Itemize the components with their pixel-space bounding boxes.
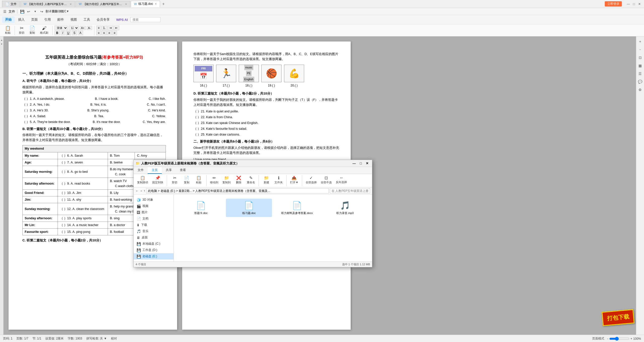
status-view-mode[interactable]: 页面模式	[592, 336, 604, 341]
font-family-select[interactable]: 宋体	[55, 26, 68, 30]
fm-tab-home[interactable]: 主页	[148, 167, 162, 174]
indent-btn[interactable]: ⇥	[108, 26, 113, 30]
fm-nav-e[interactable]: 💾 老磁盘 (E:)	[134, 253, 174, 260]
status-proofread[interactable]: 校对	[111, 336, 117, 341]
undo-icon[interactable]: ↩	[26, 9, 31, 14]
tab-close-3[interactable]: ✕	[155, 3, 157, 5]
wps-ai-label[interactable]: WPS AI	[116, 18, 128, 22]
sidebar-btn-1[interactable]: ▲	[0, 38, 3, 41]
forward-icon[interactable]: →	[140, 189, 143, 193]
tab-close-2[interactable]: ✕	[125, 3, 127, 6]
font-size-up-btn[interactable]: A+	[80, 26, 86, 30]
close-button[interactable]: ✕	[637, 2, 642, 7]
fm-cut-btn[interactable]: ✂ 剪切	[169, 175, 180, 186]
color-btn[interactable]: A	[78, 31, 83, 35]
new-tab-btn[interactable]: +	[160, 1, 167, 7]
tab-vip[interactable]: 会员专享	[94, 16, 113, 23]
comment-icon[interactable]: 💬	[637, 79, 643, 85]
align-right-btn[interactable]: ≡	[107, 31, 112, 35]
tab-insert[interactable]: 插入	[15, 16, 28, 23]
redo-icon[interactable]: ↪	[39, 9, 45, 14]
zoom-in-status[interactable]: +	[630, 337, 632, 340]
align-center-btn[interactable]: ≡	[102, 31, 106, 35]
tab-close-1[interactable]: ✕	[70, 3, 72, 6]
numbering-btn[interactable]: 1.	[102, 26, 107, 30]
zoom-in-icon[interactable]: +	[637, 38, 643, 45]
settings-icon[interactable]: ⚙	[637, 87, 643, 93]
fm-new-btn[interactable]: 📁 新建	[261, 175, 272, 186]
cut-button[interactable]: ✂ 剪切	[17, 25, 26, 35]
fm-nav-video[interactable]: 🎬 视频	[134, 203, 174, 209]
fm-minimize-btn[interactable]: —	[351, 161, 357, 165]
fm-deselect-btn[interactable]: ⊡ 全部不选	[319, 175, 333, 186]
bullet-btn[interactable]: ≡	[96, 26, 101, 30]
fm-copy-path-btn[interactable]: 📋 复制路径	[136, 175, 150, 186]
font-size-select[interactable]: 12	[69, 26, 79, 30]
justify-btn[interactable]: ≡	[112, 31, 117, 35]
fm-tab-view[interactable]: 查看	[176, 167, 190, 174]
tab-doc3[interactable]: W 练习题.doc ✕	[131, 1, 160, 7]
bold-btn[interactable]: B	[55, 31, 60, 35]
format-paint-button[interactable]: 🖌 格式刷	[38, 25, 50, 35]
copy-button[interactable]: 📄 复制	[27, 25, 37, 35]
fm-move-btn[interactable]: ✏ 移动到	[209, 175, 220, 186]
fm-pin-btn[interactable]: 📌 固定到快	[151, 175, 165, 186]
search-input[interactable]	[130, 17, 160, 22]
font-size-down-btn[interactable]: A-	[87, 26, 92, 30]
zoom-out-icon[interactable]: -	[637, 47, 643, 53]
fm-copyto-btn[interactable]: 📁 复制到	[221, 175, 232, 186]
tab-view[interactable]: 视图	[67, 16, 80, 23]
zoom-out-status[interactable]: -	[607, 337, 608, 340]
menu-icon[interactable]: ☰	[2, 9, 8, 14]
tab-doc2[interactable]: W 【能力培优】人教PEP版五年级上册示_ ✕	[75, 1, 130, 7]
download-stamp[interactable]: 打包下载	[602, 309, 634, 326]
address-input[interactable]	[146, 188, 329, 193]
fm-delete-btn[interactable]: ❌ 删除	[233, 175, 244, 186]
underline-btn[interactable]: U	[66, 31, 71, 35]
undo-dropdown-icon[interactable]: ▼	[32, 9, 38, 14]
thumbnail-icon[interactable]: ▦	[637, 63, 643, 69]
fm-select-all-btn[interactable]: ✓ 全部选择	[304, 175, 318, 186]
fm-search-input[interactable]	[330, 188, 370, 193]
tab-tools[interactable]: 工具	[80, 16, 93, 23]
status-spell[interactable]: 拼写检查: 关 ▼	[86, 336, 107, 341]
outdent-btn[interactable]: ⇤	[114, 26, 119, 30]
zoom-slider[interactable]	[609, 337, 629, 341]
tab-file[interactable]: 📄 文件	[2, 1, 20, 7]
strikethrough-btn[interactable]: S	[72, 31, 77, 35]
fm-maximize-btn[interactable]: □	[358, 161, 363, 165]
tab-reference[interactable]: 引用	[41, 16, 54, 23]
format-btn[interactable]: 格式▼	[62, 9, 67, 14]
fm-rename-btn[interactable]: ✎ 重命名	[245, 175, 257, 186]
sidebar-btn-2[interactable]: ▼	[0, 42, 3, 46]
align-left-btn[interactable]: ≡	[96, 31, 101, 35]
fm-nav-c[interactable]: 💾 本地磁盘 (C:)	[134, 241, 174, 247]
fm-folder-btn[interactable]: ℹ 文件夹	[273, 175, 284, 186]
fm-invert-btn[interactable]: ↔ 反向选择	[334, 175, 348, 186]
file-menu-label[interactable]: 文件	[9, 9, 15, 14]
fm-nav-3d[interactable]: 🧊 3D 对象	[134, 197, 174, 203]
paste-button[interactable]: 📋 粘贴	[3, 25, 13, 35]
fm-close-btn[interactable]: ✕	[364, 161, 370, 165]
fm-nav-desktop[interactable]: 🖥 桌面	[134, 234, 174, 241]
fm-nav-music[interactable]: 🎵 音乐	[134, 228, 174, 234]
fm-copy-btn[interactable]: 📄 复制	[181, 175, 192, 186]
fm-nav-download[interactable]: ⬇ 下载	[134, 222, 174, 228]
login-button[interactable]: 立即登录	[605, 1, 622, 7]
minimize-button[interactable]: —	[626, 2, 631, 7]
italic-btn[interactable]: I	[61, 31, 65, 35]
file-item-answercard[interactable]: 📄 答题卡.doc	[178, 199, 224, 217]
tab-home[interactable]: 开始	[2, 16, 15, 23]
fm-open-btn[interactable]: 📤 打开▼	[289, 175, 300, 186]
maximize-button[interactable]: □	[631, 2, 636, 7]
fm-nav-picture[interactable]: 🖼 图片	[134, 209, 174, 216]
fm-nav-d[interactable]: 💾 工作盘 (D:)	[134, 247, 174, 253]
fm-nav-doc[interactable]: 📄 文档	[134, 216, 174, 222]
fm-tab-file[interactable]: 文件	[134, 167, 148, 174]
tab-page[interactable]: 页面	[28, 16, 41, 23]
nav-icon[interactable]: ☰	[637, 71, 643, 77]
tab-doc1[interactable]: W 【能力培优】人教PEP版五年级上册示 ✕	[20, 1, 75, 7]
save-icon[interactable]: 💾	[19, 9, 25, 14]
tab-mail[interactable]: 邮件	[54, 16, 67, 23]
back-icon[interactable]: ←	[136, 189, 139, 193]
